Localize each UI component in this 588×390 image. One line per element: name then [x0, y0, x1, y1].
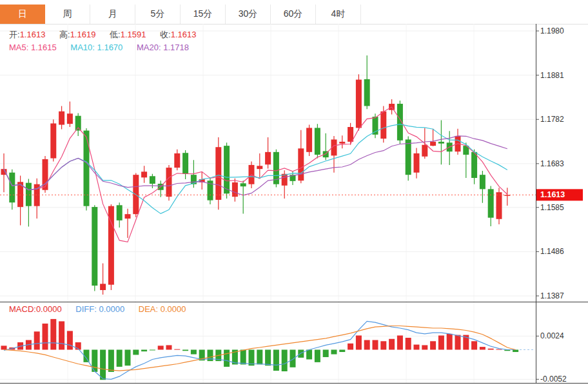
ma10-value: 1.1670: [97, 43, 123, 52]
svg-text:1.1782: 1.1782: [540, 115, 564, 124]
diff-readout: DIFF: 0.0000: [75, 304, 124, 314]
ma10-line-layer: [4, 124, 507, 214]
ohlc-readout: 开:1.1613 高:1.1619 低:1.1591 收:1.1613: [9, 29, 208, 41]
high-value: 1.1619: [70, 30, 96, 39]
macd-label: MACD:: [9, 304, 36, 314]
ma-readout: MA5: 1.1615 MA10: 1.1670 MA20: 1.1718: [9, 43, 201, 52]
high-label: 高:: [59, 30, 70, 39]
svg-text:1.1881: 1.1881: [540, 71, 564, 80]
svg-text:0.0024: 0.0024: [540, 331, 564, 340]
svg-text:1.1683: 1.1683: [540, 159, 564, 168]
low-readout: 低:1.1591: [110, 30, 146, 39]
open-readout: 开:1.1613: [9, 30, 45, 39]
open-label: 开:: [9, 30, 20, 39]
svg-text:1.1387: 1.1387: [540, 291, 564, 300]
price-axis-labels: 1.19801.18811.17821.16831.15851.14861.13…: [536, 26, 567, 384]
close-label: 收:: [160, 30, 171, 39]
low-label: 低:: [110, 30, 121, 39]
dea-label: DEA:: [139, 304, 158, 314]
ma20-value: 1.1718: [163, 43, 189, 52]
candlestick-layer: [1, 55, 511, 295]
diff-label: DIFF:: [75, 304, 97, 314]
ma5-readout: MA5: 1.1615: [9, 43, 57, 52]
dea-value: 0.0000: [161, 304, 186, 314]
low-value: 1.1591: [121, 30, 146, 39]
close-readout: 收:1.1613: [160, 30, 196, 39]
svg-text:1.1613: 1.1613: [540, 190, 565, 199]
macd-value-readout: MACD:0.0000: [9, 304, 62, 314]
macd-readout: MACD:0.0000 DIFF: 0.0000 DEA: 0.0000: [9, 304, 198, 314]
chart-canvas[interactable]: 1.19801.18811.17821.16831.15851.14861.13…: [0, 0, 588, 390]
high-readout: 高:1.1619: [59, 30, 95, 39]
open-value: 1.1613: [20, 30, 46, 39]
current-price-badge: 1.1613: [536, 189, 583, 200]
ma20-readout: MA20: 1.1718: [137, 43, 189, 52]
trading-chart-window: 1.19801.18811.17821.16831.15851.14861.13…: [0, 0, 588, 390]
ma20-label: MA20:: [137, 43, 161, 52]
svg-text:1.1980: 1.1980: [540, 26, 564, 35]
dea-readout: DEA: 0.0000: [139, 304, 186, 314]
ma10-label: MA10:: [70, 43, 95, 52]
macd-value: 0.0000: [36, 304, 62, 314]
ma5-value: 1.1615: [31, 43, 57, 52]
svg-text:1.1486: 1.1486: [540, 247, 564, 256]
ma10-readout: MA10: 1.1670: [70, 43, 122, 52]
svg-text:-0.0052: -0.0052: [540, 375, 567, 384]
diff-value: 0.0000: [99, 304, 124, 314]
ma10-line: [4, 124, 507, 214]
ma5-label: MA5:: [9, 43, 28, 52]
svg-text:1.1585: 1.1585: [540, 203, 564, 212]
close-value: 1.1613: [171, 30, 197, 39]
